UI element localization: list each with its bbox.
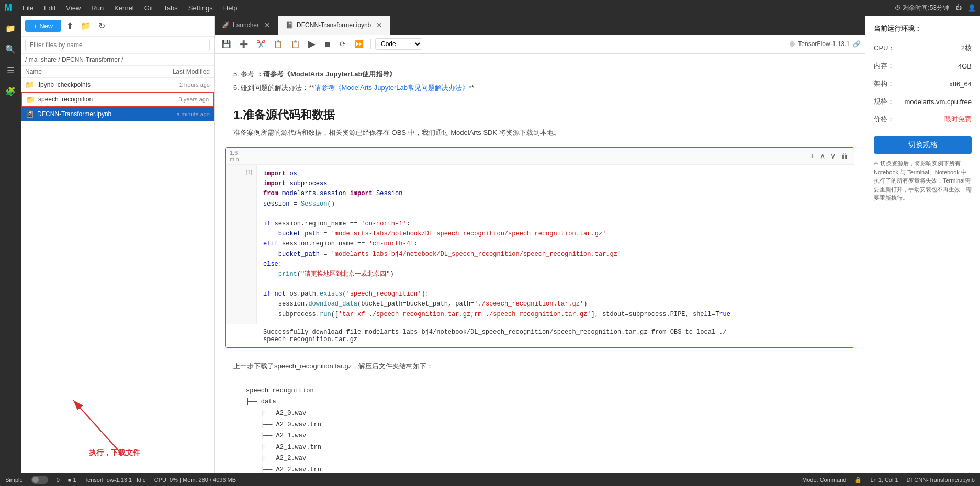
launcher-tab-label: Launcher (233, 21, 259, 29)
kernel-dot (790, 41, 795, 47)
pre-text-5: 5. 参考 ：请参考《ModelArts JupyterLab使用指导》 (233, 70, 846, 79)
simple-toggle[interactable] (31, 476, 48, 484)
tab-launcher[interactable]: 🚀 Launcher ✕ (215, 16, 278, 35)
list-sidebar-icon[interactable]: ☰ (2, 62, 19, 78)
upload-button[interactable]: ⬆ (64, 19, 75, 33)
status-resources: CPU: 0% | Mem: 280 / 4096 MB (154, 477, 236, 483)
add-cell-above-btn[interactable]: + (809, 150, 816, 162)
notebook-toolbar: 💾 ➕ ✂️ 📋 📋 ▶ ⏹ ⟳ ⏩ Code Markdown Raw Ten… (215, 35, 865, 54)
cell-header: 1.6min + ∧ ∨ 🗑 (226, 148, 854, 165)
right-panel-note: ⊙ 切换资源后，将影响实例下所有 Notebook 与 Terminal。Not… (874, 159, 972, 202)
cell-body: [1] import os import subprocess from mod… (226, 165, 854, 324)
folder-icon-speech: 📁 (26, 95, 35, 104)
refresh-button[interactable]: ↻ (96, 19, 107, 33)
stop-button[interactable]: ⏹ (321, 38, 334, 50)
tabs-bar: 🚀 Launcher ✕ 📓 DFCNN-Transformer.ipynb ✕ (215, 16, 865, 35)
cell-timing: 1.6min (230, 150, 239, 162)
tree-line-data: ├── data (246, 397, 833, 408)
kernel-name: TensorFlow-1.13.1 (798, 40, 850, 48)
power-icon[interactable]: ⏻ (955, 4, 962, 12)
kernel-status: TensorFlow-1.13.1 🔗 (790, 40, 861, 48)
tab-notebook[interactable]: 📓 DFCNN-Transformer.ipynb ✕ (278, 16, 390, 35)
notebook-tab-label: DFCNN-Transformer.ipynb (297, 21, 371, 29)
user-icon[interactable]: 👤 (968, 4, 976, 12)
spec-row: 规格： modelarts.vm.cpu.free (874, 95, 972, 108)
memory-label: 内存： (874, 61, 894, 71)
status-one: ■ 1 (68, 477, 76, 483)
right-panel: 当前运行环境： CPU： 2核 内存： 4GB 架构： x86_64 规格： m… (865, 16, 980, 473)
add-cell-button[interactable]: ➕ (236, 38, 251, 50)
file-name-notebook: DFCNN-Transformer.ipynb (37, 110, 142, 118)
notebook-tab-close[interactable]: ✕ (376, 21, 382, 29)
run-button[interactable]: ▶ (305, 37, 319, 51)
files-sidebar-icon[interactable]: 📁 (2, 20, 19, 37)
menu-help[interactable]: Help (219, 3, 242, 13)
spec-label: 规格： (874, 97, 894, 106)
cursor-position: Ln 1, Col 1 (870, 477, 898, 483)
move-down-btn[interactable]: ∨ (829, 150, 837, 162)
menu-view[interactable]: View (62, 3, 85, 13)
toolbar-separator (370, 39, 371, 49)
launcher-tab-close[interactable]: ✕ (264, 21, 271, 29)
lock-icon: 🔒 (854, 477, 862, 483)
column-name-header: Name (25, 68, 142, 75)
pre-text-6-link[interactable]: 请参考《ModelArts JupyterLab常见问题解决办法》 (314, 84, 469, 92)
code-cell-1: 1.6min + ∧ ∨ 🗑 [1] import os import subp… (225, 147, 854, 348)
right-panel-title: 当前运行环境： (874, 24, 972, 33)
file-item-speech[interactable]: 📁 speech_recognition 3 years ago (21, 92, 214, 107)
new-button[interactable]: + New (25, 20, 61, 32)
cpu-value: 2核 (961, 43, 972, 53)
copy-button[interactable]: 📋 (271, 38, 286, 50)
folder-icon-checkpoints: 📁 (25, 81, 34, 89)
section1-heading: 1.准备源代码和数据 准备案例所需的源代码和数据，相关资源已经保存在 OBS 中… (225, 102, 854, 147)
move-up-btn[interactable]: ∧ (818, 150, 827, 162)
cut-button[interactable]: ✂️ (253, 38, 268, 50)
menu-bar: M File Edit View Run Kernel Git Tabs Set… (0, 0, 980, 16)
cell-type-select[interactable]: Code Markdown Raw (375, 38, 422, 50)
menu-git[interactable]: Git (140, 3, 157, 13)
restart-run-button[interactable]: ⏩ (351, 38, 366, 50)
menu-kernel[interactable]: Kernel (110, 3, 138, 13)
after-cell-text: 上一步下载了speech_recognition.tar.gz，解压后文件夹结构… (225, 356, 854, 380)
tree-line-6: ├── A2_2.wav.trn (246, 465, 833, 473)
search-sidebar-icon[interactable]: 🔍 (2, 41, 19, 58)
breadcrumb: / ma_share / DFCNN-Transformer / (21, 54, 214, 66)
paste-button[interactable]: 📋 (288, 38, 303, 50)
share-icon[interactable]: 🔗 (853, 40, 861, 48)
status-bar: Simple 0 ■ 1 TensorFlow-1.13.1 | Idle CP… (0, 473, 980, 486)
delete-cell-btn[interactable]: 🗑 (839, 150, 850, 162)
extensions-sidebar-icon[interactable]: 🧩 (2, 83, 19, 99)
cpu-row: CPU： 2核 (874, 42, 972, 54)
annotation-arrow (58, 385, 162, 458)
notebook-tab-icon: 📓 (286, 21, 294, 29)
file-item-checkpoints[interactable]: 📁 .ipynb_checkpoints 2 hours ago (21, 78, 214, 92)
file-list-header: Name Last Modified (21, 66, 214, 78)
new-folder-button[interactable]: 📁 (78, 19, 93, 33)
menu-file[interactable]: File (18, 3, 38, 13)
spec-value: modelarts.vm.cpu.free (904, 98, 972, 106)
file-item-notebook[interactable]: 📓 DFCNN-Transformer.ipynb a minute ago (21, 107, 214, 121)
search-input[interactable] (25, 39, 210, 51)
sidebar-icons: 📁 🔍 ☰ 🧩 (0, 16, 21, 473)
menu-edit[interactable]: Edit (40, 3, 60, 13)
cell-code[interactable]: import os import subprocess from modelar… (257, 165, 854, 324)
content-area: 🚀 Launcher ✕ 📓 DFCNN-Transformer.ipynb ✕… (215, 16, 865, 473)
switch-spec-button[interactable]: 切换规格 (874, 136, 972, 154)
tree-line-root: speech_recognition (246, 386, 833, 397)
arch-value: x86_64 (949, 80, 972, 88)
annotation-area: 执行，下载文件 (21, 395, 214, 473)
menu-settings[interactable]: Settings (184, 3, 217, 13)
menu-run[interactable]: Run (87, 3, 108, 13)
cell-output: Successfully download file modelarts-lab… (226, 324, 854, 347)
app-logo: M (4, 3, 12, 14)
search-bar (21, 37, 214, 54)
menu-tabs[interactable]: Tabs (159, 3, 182, 13)
file-modified-checkpoints: 2 hours ago (142, 82, 210, 88)
restart-button[interactable]: ⟳ (336, 38, 349, 50)
save-button[interactable]: 💾 (219, 38, 234, 50)
memory-value: 4GB (958, 62, 972, 70)
cell-gutter: [1] (226, 165, 257, 324)
file-list: 📁 .ipynb_checkpoints 2 hours ago 📁 speec… (21, 78, 214, 395)
cpu-label: CPU： (874, 43, 895, 53)
memory-row: 内存： 4GB (874, 60, 972, 72)
